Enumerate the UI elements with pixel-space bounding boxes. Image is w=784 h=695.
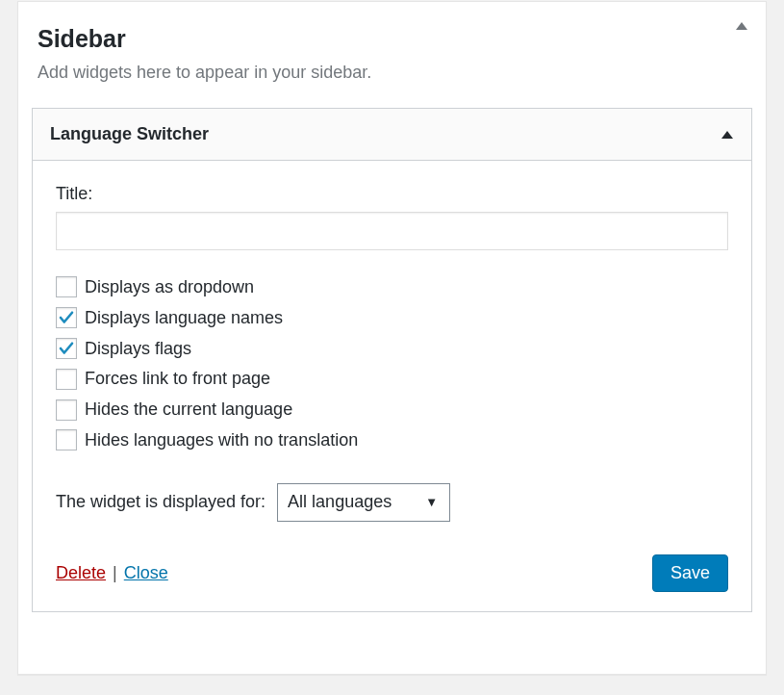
panel-header: Sidebar Add widgets here to appear in yo… bbox=[18, 2, 766, 108]
checkbox[interactable] bbox=[56, 307, 77, 328]
title-input[interactable] bbox=[56, 212, 728, 250]
option-displays-flags: Displays flags bbox=[56, 335, 728, 363]
widget-actions: Delete | Close Save bbox=[56, 554, 728, 592]
chevron-up-icon bbox=[721, 130, 734, 140]
option-label: Forces link to front page bbox=[85, 365, 270, 393]
display-for-select[interactable]: All languages bbox=[277, 483, 450, 522]
collapse-panel-button[interactable] bbox=[735, 17, 748, 35]
link-actions: Delete | Close bbox=[56, 563, 168, 583]
option-label: Displays as dropdown bbox=[85, 273, 254, 301]
save-button[interactable]: Save bbox=[652, 554, 728, 592]
option-hides-no-translation: Hides languages with no translation bbox=[56, 426, 728, 454]
option-label: Hides languages with no translation bbox=[85, 426, 358, 454]
display-for-label: The widget is displayed for: bbox=[56, 492, 266, 512]
widget-language-switcher: Language Switcher Title: Displays as dro… bbox=[32, 108, 752, 612]
options-group: Displays as dropdown Displays language n… bbox=[56, 273, 728, 454]
delete-link[interactable]: Delete bbox=[56, 563, 106, 582]
chevron-up-icon bbox=[735, 21, 748, 31]
option-displays-dropdown: Displays as dropdown bbox=[56, 273, 728, 301]
display-for-row: The widget is displayed for: All languag… bbox=[56, 483, 728, 522]
sidebar-widget-area: Sidebar Add widgets here to appear in yo… bbox=[17, 1, 767, 675]
option-forces-front-page: Forces link to front page bbox=[56, 365, 728, 393]
checkbox[interactable] bbox=[56, 338, 77, 359]
separator: | bbox=[113, 563, 117, 582]
title-label: Title: bbox=[56, 184, 728, 204]
checkbox[interactable] bbox=[56, 276, 77, 297]
checkbox[interactable] bbox=[56, 399, 77, 421]
option-hides-current-language: Hides the current language bbox=[56, 396, 728, 424]
widget-body: Title: Displays as dropdown Displays lan… bbox=[33, 161, 751, 611]
checkbox[interactable] bbox=[56, 369, 77, 390]
option-label: Hides the current language bbox=[85, 396, 292, 424]
checkbox[interactable] bbox=[56, 429, 77, 450]
panel-description: Add widgets here to appear in your sideb… bbox=[38, 63, 746, 83]
widget-header[interactable]: Language Switcher bbox=[33, 109, 751, 161]
option-displays-language-names: Displays language names bbox=[56, 304, 728, 332]
option-label: Displays flags bbox=[85, 335, 191, 363]
display-for-value: All languages bbox=[288, 492, 392, 512]
option-label: Displays language names bbox=[85, 304, 283, 332]
panel-title: Sidebar bbox=[38, 25, 746, 53]
widget-title: Language Switcher bbox=[50, 124, 209, 144]
close-link[interactable]: Close bbox=[124, 563, 168, 582]
